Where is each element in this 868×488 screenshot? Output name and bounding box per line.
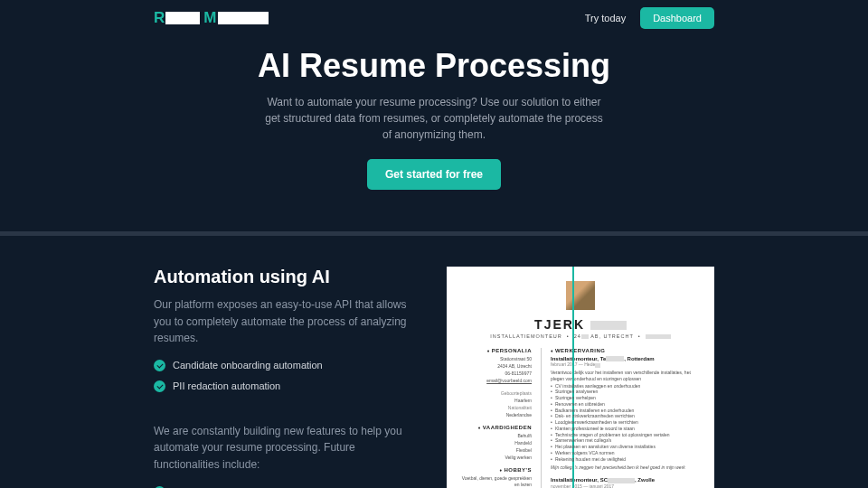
resume-text: 2434 AB, Utrecht (459, 363, 532, 370)
try-today-link[interactable]: Try today (585, 13, 626, 23)
resume-email: email@voorbeeld.com (459, 378, 532, 384)
resume-bullet: Dak- en zinkwerkzaamheden verrichten (551, 413, 702, 419)
resume-text: Flexibel (459, 447, 532, 454)
resume-bullet: Werken volgens VCA normen (551, 450, 702, 456)
logo[interactable]: R M (154, 9, 269, 27)
resume-bullet: Rekening houden met de veiligheid (551, 456, 702, 463)
resume-text: Behulft (459, 433, 532, 439)
section-heading: Automation using AI (154, 267, 420, 287)
resume-bullet: Storingen analyseren (551, 389, 702, 395)
logo-redact-block (218, 12, 269, 24)
redacted-text (590, 321, 627, 330)
resume-text: Veilig werken (459, 455, 532, 461)
resume-text: Handeld (459, 440, 532, 446)
resume-label: Nationaliteit (459, 405, 532, 411)
check-icon (154, 360, 165, 371)
feature-label: PII redaction automation (173, 380, 280, 391)
resume-bullet: Het plaatsen en aansluiten van diverse i… (551, 444, 702, 450)
hero-subtitle: Want to automate your resume processing?… (262, 94, 606, 143)
resume-bullet: Renoveren en uitbreiden (551, 401, 702, 408)
resume-section-heading: HOBBY'S (459, 467, 532, 473)
get-started-button[interactable]: Get started for free (367, 159, 501, 190)
section-paragraph: We are constantly building new features … (154, 423, 420, 474)
resume-bullet: Badkamers installeren en onderhouden (551, 408, 702, 414)
resume-role: INSTALLATIEMONTEUR • 24 AB, UTRECHT • (459, 333, 702, 339)
check-icon (154, 380, 165, 392)
resume-text: Stationstraat 50 (459, 356, 532, 362)
logo-letter-r: R (154, 9, 164, 27)
resume-text: Voetbal, dieren, goede gesprekken en lez… (459, 475, 532, 488)
hero-title: AI Resume Processing (0, 47, 868, 85)
logo-redact-block (165, 12, 200, 24)
resume-bullet: Technische vragen of problemen tot oplos… (551, 432, 702, 438)
resume-preview: TJERK INSTALLATIEMONTEUR • 24 AB, UTRECH… (447, 267, 714, 488)
feature-item: PII redaction automation (154, 380, 420, 392)
feature-item: Candidate onboarding automation (154, 360, 420, 371)
feature-label: Candidate onboarding automation (173, 360, 323, 371)
dashboard-button[interactable]: Dashboard (640, 7, 714, 29)
resume-bullet: Klanten professioneel te woord te staan (551, 426, 702, 432)
avatar (566, 281, 595, 310)
resume-section-heading: PERSONALIA (459, 348, 532, 353)
resume-bullet: Storingen verhelpen (551, 395, 702, 401)
resume-bullet: Samenwerken met collega's (551, 437, 702, 444)
logo-letter-m: M (203, 9, 216, 27)
resume-text: Nederlandse (459, 412, 532, 418)
resume-bullet: CV installaties aanleggen en onderhouden (551, 383, 702, 389)
resume-name: TJERK (459, 317, 702, 332)
resume-label: Geboorteplaats (459, 390, 532, 397)
resume-section-heading: VAARDIGHEDEN (459, 425, 532, 430)
resume-text: Haarlem (459, 398, 532, 404)
resume-bullet: Loodgieterswerkzaamheden te verrichten (551, 419, 702, 426)
resume-text: 06-81159977 (459, 371, 532, 377)
section-paragraph: Our platform exposes an easy-to-use API … (154, 296, 420, 347)
